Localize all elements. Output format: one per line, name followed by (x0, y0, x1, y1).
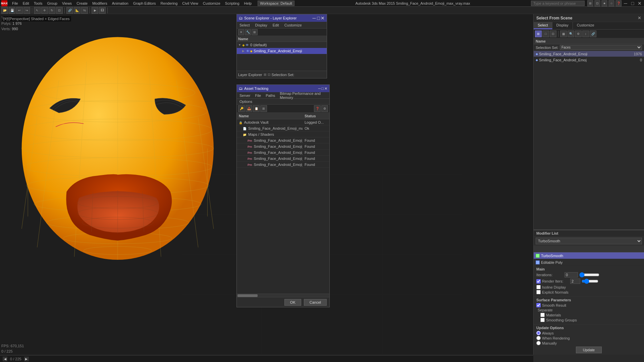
at-tool-settings[interactable]: ⚙ (321, 105, 328, 112)
sfs-tool-4[interactable]: ⚙ (575, 31, 582, 37)
mod-iter-slider[interactable] (579, 272, 599, 278)
tb-rotate[interactable]: ↻ (49, 7, 55, 14)
menu-views[interactable]: Views (60, 1, 74, 6)
se-toggle-0[interactable]: ▼ (238, 43, 241, 47)
minimize-btn[interactable]: ─ (623, 0, 629, 6)
se-menu-customize[interactable]: Customize (283, 22, 303, 28)
at-tool-help[interactable]: ❓ (314, 105, 321, 112)
at-maximize[interactable]: □ (321, 86, 324, 91)
sfs-row-2[interactable]: ◆ Smiling_Face_Android_Emoj 0 (534, 57, 644, 63)
scene-explorer-maximize[interactable]: □ (317, 15, 320, 21)
tb-undo[interactable]: ↩ (16, 7, 23, 14)
menu-scripting[interactable]: Scripting (223, 1, 241, 6)
menu-customize[interactable]: Customize (201, 1, 222, 6)
at-tool-4[interactable]: ⊞ (260, 105, 267, 112)
icon-btn-5[interactable]: ❓ (615, 0, 622, 6)
at-scroll-area[interactable]: 🔒 Autodesk Vault Logged O... 📄 Smiling_F… (237, 119, 329, 294)
se-menu-select[interactable]: Select (238, 22, 251, 28)
menu-civil-view[interactable]: Civil View (180, 1, 200, 6)
at-row-diffuse[interactable]: Pm Smiling_Face_Android_Emoji_diffuse.p.… (237, 137, 329, 143)
at-scrollbar-h[interactable] (237, 294, 329, 297)
sb-right-btn[interactable]: ▶ (24, 357, 29, 361)
se-tool-1[interactable]: ✕ (238, 29, 244, 35)
se-tool-2[interactable]: 🔧 (245, 29, 251, 35)
menu-rendering[interactable]: Rendering (159, 1, 180, 6)
at-row-specular[interactable]: Pm Smiling_Face_Android_Emoji_specular..… (237, 162, 329, 168)
tb-save[interactable]: 💾 (9, 7, 15, 14)
tb-move[interactable]: ✛ (41, 7, 48, 14)
at-row-normal[interactable]: Pm Smiling_Face_Android_Emoji_normal.p..… (237, 156, 329, 162)
at-tool-3[interactable]: 📋 (253, 105, 260, 112)
sfs-row-1[interactable]: ◆ Smiling_Face_Android_Emoji 1976 (534, 51, 644, 57)
icon-btn-2[interactable]: ⊡ (594, 0, 600, 6)
search-input[interactable] (531, 1, 585, 6)
mod-update-btn[interactable]: Update (576, 347, 602, 353)
se-menu-edit[interactable]: Edit (271, 22, 280, 28)
mod-render-input[interactable] (570, 279, 580, 284)
sfs-sel-set-dropdown[interactable]: Faces (560, 45, 642, 50)
sfs-tool-all[interactable]: ⊞ (535, 31, 542, 37)
icon-btn-3[interactable]: ★ (601, 0, 607, 6)
sfs-tool-5[interactable]: ↕ (582, 31, 589, 37)
mod-render-checkbox[interactable] (536, 279, 541, 284)
mod-smooth-checkbox[interactable] (536, 303, 541, 307)
menu-tools[interactable]: Tools (32, 1, 45, 6)
sfs-tool-6[interactable]: 🔗 (590, 31, 596, 37)
menu-edit[interactable]: Edit (21, 1, 31, 6)
tb-render[interactable]: ▶ (92, 7, 98, 14)
menu-graph-editors[interactable]: Graph Editors (131, 1, 158, 6)
sfs-tab-select[interactable]: Select (534, 22, 552, 29)
mod-iter-input[interactable] (565, 272, 578, 278)
tb-open[interactable]: 📂 (1, 7, 8, 14)
at-minimize[interactable]: ─ (318, 86, 321, 91)
mod-isoline-checkbox[interactable] (536, 285, 541, 289)
at-tool-1[interactable]: 🔑 (238, 105, 245, 112)
tb-scale[interactable]: ⊡ (56, 7, 63, 14)
menu-group[interactable]: Group (45, 1, 59, 6)
tb-select[interactable]: ↖ (34, 7, 41, 14)
mod-smoothgroups-checkbox[interactable] (540, 318, 545, 322)
menu-help[interactable]: Help (242, 1, 254, 6)
se-toggle-1[interactable]: ▶ (242, 49, 246, 53)
sfs-close[interactable]: ✕ (638, 15, 641, 20)
menu-file[interactable]: File (10, 1, 20, 6)
menu-animation[interactable]: Animation (110, 1, 130, 6)
workspace-selector[interactable]: Workspace: Default (258, 1, 294, 6)
tb-snap[interactable]: 🔗 (66, 7, 73, 14)
at-menu-options[interactable]: Options (238, 99, 254, 104)
mod-materials-checkbox[interactable] (540, 313, 545, 317)
at-menu-file[interactable]: File (254, 93, 262, 98)
at-menu-paths[interactable]: Paths (264, 93, 276, 98)
menu-create[interactable]: Create (74, 1, 90, 6)
mod-manually-radio[interactable] (536, 341, 541, 345)
at-row-vault[interactable]: 🔒 Autodesk Vault Logged O... (237, 119, 329, 125)
at-scrollbar-thumb[interactable] (237, 294, 258, 297)
sfs-tool-3[interactable]: 🔍 (568, 31, 574, 37)
at-cancel-btn[interactable]: Cancel (304, 299, 327, 306)
se-tool-3[interactable]: ⊞ (252, 29, 258, 35)
mod-turbosmooth[interactable]: TurboSmooth (534, 252, 644, 259)
mod-always-radio[interactable] (536, 331, 541, 335)
se-emoji-item[interactable]: ▶ 👁 ■ Smiling_Face_Android_Emoji (237, 48, 327, 54)
mod-render-slider[interactable] (582, 279, 598, 284)
scene-explorer-minimize[interactable]: ─ (313, 15, 316, 21)
sfs-tab-display[interactable]: Display (552, 22, 573, 29)
icon-btn-1[interactable]: ⊞ (587, 0, 593, 6)
sfs-tab-customize[interactable]: Customize (573, 22, 598, 29)
at-row-vray[interactable]: 📄 Smiling_Face_Android_Emoji_max_vray.ma… (237, 125, 329, 131)
menu-modifiers[interactable]: Modifiers (90, 1, 109, 6)
at-menu-bitmap[interactable]: Bitmap Performance and Memory (278, 91, 328, 100)
icon-btn-4[interactable]: ☆ (608, 0, 614, 6)
at-row-glossines[interactable]: Pm Smiling_Face_Android_Emoji_glossines.… (237, 149, 329, 156)
sfs-tool-invert[interactable]: ⊡ (550, 31, 556, 37)
at-close[interactable]: ✕ (324, 86, 327, 91)
at-row-maps[interactable]: 📁 Maps / Shaders (237, 131, 329, 137)
mod-list-select[interactable]: TurboSmooth (536, 238, 642, 244)
sfs-tool-none[interactable]: □ (542, 31, 549, 37)
se-layer-0[interactable]: ▼ ◈ 👁 0 (default) (237, 42, 327, 48)
sfs-tool-2[interactable]: ▦ (560, 31, 567, 37)
at-row-frensel[interactable]: Pm Smiling_Face_Android_Emoji_frensel.p.… (237, 143, 329, 149)
tb-redo[interactable]: ↪ (23, 7, 30, 14)
tb-render-frame[interactable]: 🎞 (99, 7, 106, 14)
at-tool-2[interactable]: 📥 (246, 105, 252, 112)
